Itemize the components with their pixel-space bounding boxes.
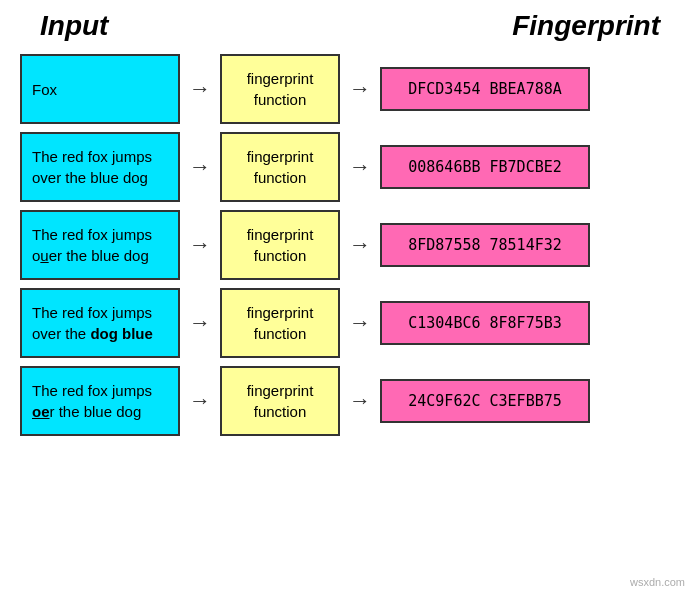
arrow-4: → xyxy=(180,310,220,336)
output-box-2: 008646BB FB7DCBE2 xyxy=(380,145,590,189)
arrow-out-5: → xyxy=(340,388,380,414)
input-header: Input xyxy=(40,10,108,42)
func-label-4: fingerprint function xyxy=(232,302,328,344)
func-box-1: fingerprint function xyxy=(220,54,340,124)
func-label-1: fingerprint function xyxy=(232,68,328,110)
input-text-5: The red fox jumps oer the blue dog xyxy=(32,380,168,422)
arrow-out-1: → xyxy=(340,76,380,102)
func-box-3: fingerprint function xyxy=(220,210,340,280)
arrow-1: → xyxy=(180,76,220,102)
diagram-row-3: The red fox jumps ouer the blue dog → fi… xyxy=(20,210,680,280)
arrow-2: → xyxy=(180,154,220,180)
output-box-4: C1304BC6 8F8F75B3 xyxy=(380,301,590,345)
diagram-row-4: The red fox jumps over the dog blue → fi… xyxy=(20,288,680,358)
input-text-2: The red fox jumps over the blue dog xyxy=(32,146,168,188)
input-box-5: The red fox jumps oer the blue dog xyxy=(20,366,180,436)
output-text-5: 24C9F62C C3EFBB75 xyxy=(408,392,562,410)
output-text-1: DFCD3454 BBEA788A xyxy=(408,80,562,98)
diagram-row-1: Fox → fingerprint function → DFCD3454 BB… xyxy=(20,54,680,124)
watermark: wsxdn.com xyxy=(630,570,690,588)
input-text-1: Fox xyxy=(32,79,57,100)
input-text-3: The red fox jumps ouer the blue dog xyxy=(32,224,168,266)
arrow-3: → xyxy=(180,232,220,258)
arrow-5: → xyxy=(180,388,220,414)
output-box-3: 8FD87558 78514F32 xyxy=(380,223,590,267)
highlight-oe: oe xyxy=(32,403,50,420)
arrow-out-3: → xyxy=(340,232,380,258)
input-box-3: The red fox jumps ouer the blue dog xyxy=(20,210,180,280)
arrow-out-2: → xyxy=(340,154,380,180)
highlight-u: u xyxy=(40,247,48,264)
func-box-2: fingerprint function xyxy=(220,132,340,202)
diagram-row-2: The red fox jumps over the blue dog → fi… xyxy=(20,132,680,202)
fingerprint-header: Fingerprint xyxy=(512,10,660,42)
output-text-4: C1304BC6 8F8F75B3 xyxy=(408,314,562,332)
input-text-4: The red fox jumps over the dog blue xyxy=(32,302,168,344)
diagram-rows: Fox → fingerprint function → DFCD3454 BB… xyxy=(10,54,690,436)
func-label-2: fingerprint function xyxy=(232,146,328,188)
output-box-1: DFCD3454 BBEA788A xyxy=(380,67,590,111)
func-label-3: fingerprint function xyxy=(232,224,328,266)
func-label-5: fingerprint function xyxy=(232,380,328,422)
func-box-5: fingerprint function xyxy=(220,366,340,436)
func-box-4: fingerprint function xyxy=(220,288,340,358)
output-text-2: 008646BB FB7DCBE2 xyxy=(408,158,562,176)
output-box-5: 24C9F62C C3EFBB75 xyxy=(380,379,590,423)
input-box-4: The red fox jumps over the dog blue xyxy=(20,288,180,358)
highlight-dog-blue: dog blue xyxy=(90,325,153,342)
diagram-row-5: The red fox jumps oer the blue dog → fin… xyxy=(20,366,680,436)
arrow-out-4: → xyxy=(340,310,380,336)
input-box-1: Fox xyxy=(20,54,180,124)
output-text-3: 8FD87558 78514F32 xyxy=(408,236,562,254)
input-box-2: The red fox jumps over the blue dog xyxy=(20,132,180,202)
